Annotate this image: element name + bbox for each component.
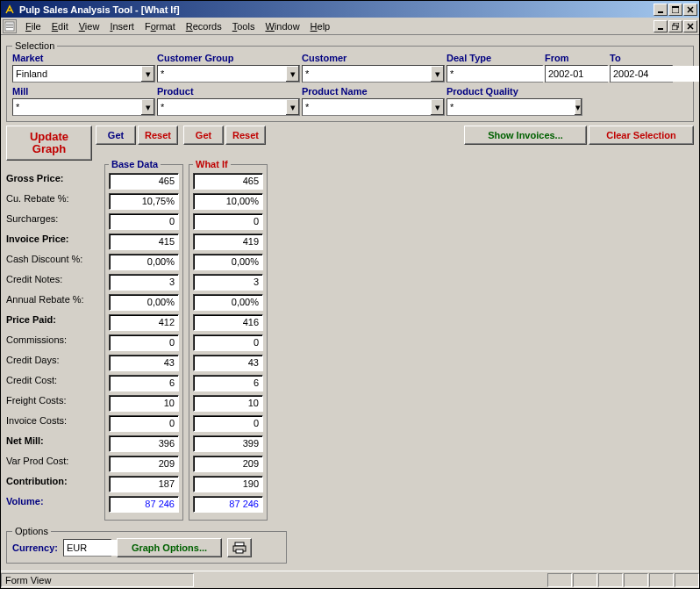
chevron-down-icon[interactable]: ▾ — [430, 66, 444, 82]
data-cell[interactable]: 0,00% — [109, 294, 179, 311]
base-get-button[interactable]: Get — [96, 126, 136, 145]
market-combo[interactable]: ▾ — [12, 65, 155, 83]
menu-view[interactable]: View — [74, 19, 105, 33]
data-cell[interactable]: 0 — [193, 334, 263, 351]
mill-input[interactable] — [13, 99, 140, 115]
data-cell[interactable]: 0 — [109, 213, 179, 230]
customer-group-combo[interactable]: ▾ — [157, 65, 300, 83]
data-cell[interactable]: 399 — [193, 435, 263, 452]
data-cell[interactable]: 3 — [193, 274, 263, 291]
mdi-minimize-button[interactable] — [654, 20, 668, 32]
customer-combo[interactable]: ▾ — [302, 65, 445, 83]
data-cell[interactable]: 416 — [193, 314, 263, 331]
print-button[interactable] — [227, 538, 252, 557]
data-cell[interactable]: 87 246 — [109, 496, 179, 513]
data-cell[interactable]: 0 — [193, 213, 263, 230]
mdi-close-button[interactable] — [683, 20, 697, 32]
label-product-quality: Product Quality — [446, 86, 589, 97]
menu-window[interactable]: Window — [260, 19, 304, 33]
mdi-restore-button[interactable] — [668, 20, 682, 32]
svg-rect-2 — [672, 6, 679, 8]
customer-group-input[interactable] — [158, 66, 285, 82]
minimize-button[interactable] — [654, 4, 668, 16]
menu-insert[interactable]: Insert — [104, 19, 139, 33]
update-graph-button[interactable]: Update Graph — [6, 126, 92, 161]
row-labels: Gross Price:Cu. Rebate %:Surcharges:Invo… — [6, 166, 104, 524]
from-combo[interactable]: ▾ — [545, 65, 608, 83]
base-reset-button[interactable]: Reset — [138, 126, 178, 145]
menu-records[interactable]: Records — [181, 19, 227, 33]
svg-rect-4 — [6, 24, 13, 25]
data-cell[interactable]: 10,00% — [193, 193, 263, 210]
clear-selection-button[interactable]: Clear Selection — [589, 126, 694, 145]
menu-tools[interactable]: Tools — [227, 19, 261, 33]
chevron-down-icon[interactable]: ▾ — [430, 99, 444, 115]
chevron-down-icon[interactable]: ▾ — [285, 66, 299, 82]
data-cell[interactable]: 3 — [109, 274, 179, 291]
data-cell[interactable]: 87 246 — [193, 496, 263, 513]
row-label: Freight Costs: — [6, 390, 104, 410]
graph-options-button[interactable]: Graph Options... — [117, 538, 222, 557]
data-cell[interactable]: 43 — [193, 355, 263, 371]
data-cell[interactable]: 415 — [109, 233, 179, 250]
data-cell[interactable]: 10 — [109, 395, 179, 412]
statusbar: Form View — [1, 571, 699, 588]
row-label: Annual Rebate %: — [6, 289, 104, 309]
data-cell[interactable]: 0,00% — [193, 254, 263, 270]
whatif-get-button[interactable]: Get — [183, 126, 224, 145]
base-data-column: Base Data 46510,75%04150,00%30,00%412043… — [104, 159, 183, 521]
data-cell[interactable]: 0 — [193, 415, 263, 432]
data-cell[interactable]: 0 — [109, 415, 179, 432]
data-cell[interactable]: 43 — [109, 355, 179, 371]
product-combo[interactable]: ▾ — [157, 98, 300, 116]
chevron-down-icon[interactable]: ▾ — [140, 66, 154, 82]
menu-file[interactable]: File — [20, 19, 46, 33]
data-cell[interactable]: 465 — [109, 173, 179, 190]
product-quality-input[interactable] — [447, 99, 574, 115]
to-combo[interactable]: ▾ — [610, 65, 673, 83]
menu-edit[interactable]: Edit — [46, 19, 74, 33]
data-cell[interactable]: 0 — [109, 334, 179, 351]
show-invoices-button[interactable]: Show Invoices... — [464, 126, 587, 145]
row-label: Net Mill: — [6, 430, 104, 450]
mill-combo[interactable]: ▾ — [12, 98, 155, 116]
product-input[interactable] — [158, 99, 285, 115]
data-cell[interactable]: 412 — [109, 314, 179, 331]
chevron-down-icon[interactable]: ▾ — [285, 99, 299, 115]
maximize-button[interactable] — [668, 4, 682, 16]
chevron-down-icon[interactable]: ▾ — [574, 99, 582, 115]
whatif-reset-button[interactable]: Reset — [225, 126, 266, 145]
menu-help[interactable]: Help — [305, 19, 336, 33]
data-cell[interactable]: 10,75% — [109, 193, 179, 210]
menu-format[interactable]: Format — [139, 19, 181, 33]
data-cell[interactable]: 6 — [193, 375, 263, 391]
market-input[interactable] — [13, 66, 140, 82]
svg-rect-9 — [672, 25, 677, 30]
chevron-down-icon[interactable]: ▾ — [140, 99, 154, 115]
customer-input[interactable] — [303, 66, 430, 82]
form-icon — [3, 19, 17, 33]
data-cell[interactable]: 209 — [109, 456, 179, 472]
data-cell[interactable]: 465 — [193, 173, 263, 190]
data-cell[interactable]: 209 — [193, 456, 263, 472]
deal-type-combo[interactable]: ▾ — [446, 65, 543, 83]
data-cell[interactable]: 10 — [193, 395, 263, 412]
product-name-input[interactable] — [303, 99, 430, 115]
data-cell[interactable]: 419 — [193, 233, 263, 250]
data-cell[interactable]: 0,00% — [109, 254, 179, 270]
svg-rect-12 — [236, 549, 243, 553]
data-cell[interactable]: 6 — [109, 375, 179, 391]
to-input[interactable] — [611, 66, 699, 82]
product-name-combo[interactable]: ▾ — [302, 98, 445, 116]
row-label: Contribution: — [6, 470, 104, 491]
status-text: Form View — [1, 573, 194, 587]
currency-combo[interactable]: ▾ — [63, 539, 111, 557]
data-cell[interactable]: 396 — [109, 435, 179, 452]
data-cell[interactable]: 187 — [109, 476, 179, 492]
label-mill: Mill — [12, 86, 155, 97]
close-button[interactable] — [683, 4, 697, 16]
product-quality-combo[interactable]: ▾ — [446, 98, 582, 116]
data-cell[interactable]: 0,00% — [193, 294, 263, 311]
options-group: Options Currency: ▾ Graph Options... — [6, 526, 287, 564]
data-cell[interactable]: 190 — [193, 476, 263, 492]
